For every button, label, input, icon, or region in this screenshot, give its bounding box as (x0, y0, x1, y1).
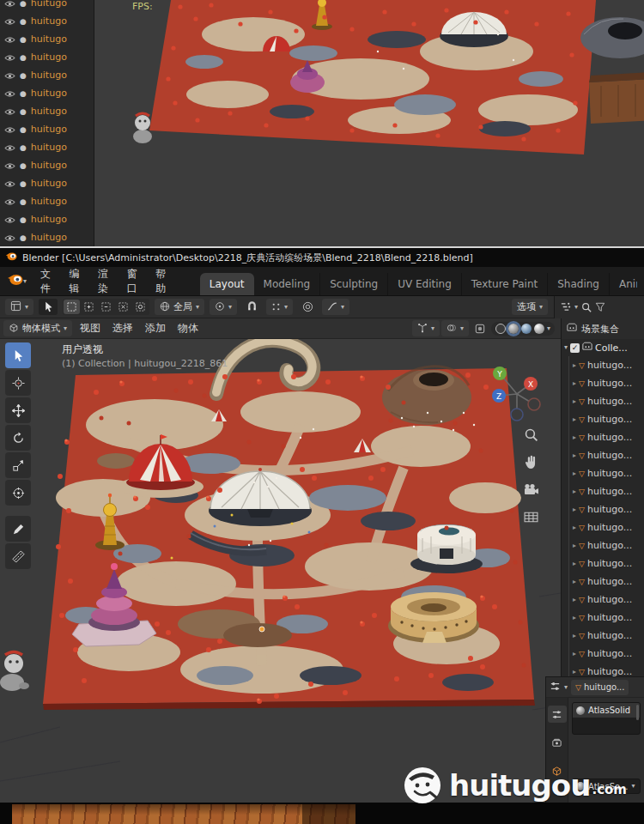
eye-icon[interactable] (4, 121, 15, 137)
workspace-tab[interactable]: UV Editing (388, 273, 462, 295)
properties-editor-icon[interactable] (550, 679, 561, 695)
object-name[interactable]: huitugo... (587, 558, 632, 569)
caret-right-icon[interactable]: ▸ (573, 506, 576, 513)
material-shading-button[interactable] (521, 324, 532, 334)
outliner-object-row[interactable]: ▸ ▽ huitugo... (562, 410, 644, 428)
eye-icon[interactable] (4, 13, 15, 29)
caret-right-icon[interactable]: ▸ (573, 614, 576, 621)
rendered-shading-button[interactable] (534, 324, 544, 334)
caret-right-icon[interactable]: ▸ (573, 578, 576, 585)
object-name[interactable]: huitugo... (587, 522, 632, 533)
object-name[interactable]: huitugo... (587, 504, 632, 515)
gizmo-dropdown[interactable]: ▾ (412, 320, 440, 336)
workspace-tab[interactable]: Shading (548, 273, 610, 295)
workspace-tab[interactable]: Modeling (254, 273, 321, 295)
eye-icon[interactable] (4, 103, 15, 119)
workspace-tab[interactable]: Sculpting (320, 273, 388, 295)
scale-tool-button[interactable] (5, 452, 31, 478)
menubar-menu[interactable]: 渲染 (91, 267, 120, 296)
eye-icon[interactable] (4, 85, 15, 101)
top-3d-viewport[interactable]: FPS: (94, 0, 644, 246)
outliner-object-row[interactable]: ▸ ▽ huitugo... (562, 392, 644, 410)
3d-viewport[interactable]: 用户透视 (1) Collection | huitugou_2218_861 (0, 339, 561, 803)
caret-right-icon[interactable]: ▸ (573, 379, 576, 387)
overlays-dropdown[interactable]: ▾ (441, 320, 469, 336)
wireframe-shading-button[interactable] (495, 324, 506, 334)
object-name[interactable]: huitugo (31, 33, 67, 45)
zoom-button[interactable] (519, 423, 543, 445)
menubar-menu[interactable]: 窗口 (120, 267, 149, 296)
outliner-row[interactable]: ● huitugo (0, 192, 94, 210)
transform-orientation-dropdown[interactable]: 全局 ▾ (155, 299, 204, 315)
caret-right-icon[interactable]: ▸ (573, 488, 576, 495)
object-name[interactable]: huitugo... (587, 648, 632, 659)
outliner-row[interactable]: ● huitugo (0, 120, 94, 138)
eye-icon[interactable] (4, 175, 15, 191)
object-name[interactable]: huitugo (31, 124, 67, 135)
object-name[interactable]: huitugo (31, 232, 67, 243)
eye-icon[interactable] (4, 229, 15, 245)
caret-right-icon[interactable]: ▸ (573, 361, 576, 369)
object-name[interactable]: huitugo (31, 88, 67, 99)
eye-icon[interactable] (4, 157, 15, 173)
outliner-row[interactable]: ● huitugo (0, 30, 94, 48)
menubar-menu[interactable]: 帮助 (149, 267, 178, 296)
object-name[interactable]: huitugo... (587, 396, 632, 407)
proportional-edit-button[interactable] (298, 299, 317, 315)
outliner-object-row[interactable]: ▸ ▽ huitugo... (562, 573, 644, 591)
caret-right-icon[interactable]: ▸ (573, 397, 576, 405)
eye-icon[interactable] (4, 211, 15, 227)
orthographic-grid-button[interactable] (519, 506, 543, 528)
eye-icon[interactable] (4, 0, 15, 11)
camera-view-button[interactable] (519, 478, 543, 500)
object-name[interactable]: huitugo... (587, 612, 632, 623)
properties-breadcrumb[interactable]: ▽ huitugo... (571, 680, 629, 695)
solid-shading-button[interactable] (508, 324, 519, 334)
object-name[interactable]: huitugo... (587, 432, 632, 443)
object-name[interactable]: huitugo (31, 0, 67, 9)
caret-right-icon[interactable]: ▸ (573, 433, 576, 441)
collection-row[interactable]: ▾ ✓ Colle... (562, 339, 644, 356)
material-slot-list[interactable]: AtlasSolid (572, 702, 641, 735)
pan-hand-button[interactable] (519, 451, 543, 473)
outliner-object-row[interactable]: ▸ ▽ huitugo... (562, 428, 644, 446)
outliner-editor-icon[interactable] (560, 300, 571, 316)
outliner-object-row[interactable]: ▸ ▽ huitugo... (562, 374, 644, 392)
caret-right-icon[interactable]: ▸ (573, 632, 576, 639)
caret-right-icon[interactable]: ▸ (573, 415, 576, 423)
caret-right-icon[interactable]: ▸ (573, 650, 576, 657)
outliner-object-row[interactable]: ▸ ▽ huitugo... (562, 356, 644, 374)
object-name[interactable]: huitugo... (587, 360, 632, 371)
rotate-tool-button[interactable] (5, 425, 31, 451)
caret-right-icon[interactable]: ▸ (573, 596, 576, 603)
viewport-menu[interactable]: 选择 (106, 318, 139, 338)
object-name[interactable]: huitugo... (587, 450, 632, 461)
mode-dropdown[interactable]: 物体模式 ▾ (3, 320, 72, 336)
outliner-row[interactable]: ● huitugo (0, 66, 94, 84)
material-slot-row[interactable]: AtlasSolid (573, 703, 640, 718)
measure-tool-button[interactable] (5, 543, 31, 569)
move-tool-button[interactable] (5, 397, 31, 423)
viewport-menu[interactable]: 物体 (172, 318, 204, 338)
collection-name[interactable]: Colle... (595, 342, 628, 354)
object-name[interactable]: huitugo... (587, 594, 632, 605)
editor-type-dropdown[interactable]: ▾ (5, 299, 33, 315)
pivot-point-dropdown[interactable]: ▾ (210, 299, 237, 315)
caret-right-icon[interactable]: ▸ (573, 668, 576, 676)
outliner-row[interactable]: ● huitugo (0, 84, 94, 102)
viewport-menu[interactable]: 添加 (139, 318, 172, 338)
outliner-row[interactable]: ● huitugo (0, 210, 94, 228)
outliner-object-row[interactable]: ▸ ▽ huitugo... (562, 536, 644, 554)
slot-list-scrollbar[interactable] (636, 705, 639, 720)
collection-checkbox[interactable]: ✓ (570, 343, 580, 353)
filter-funnel-icon[interactable] (595, 300, 605, 316)
outliner-row[interactable]: ● huitugo (0, 48, 94, 66)
object-name[interactable]: huitugo (31, 106, 67, 117)
object-name[interactable]: huitugo... (587, 378, 632, 389)
proportional-falloff-dropdown[interactable]: ▾ (322, 299, 349, 315)
eye-icon[interactable] (4, 49, 15, 65)
caret-right-icon[interactable]: ▸ (573, 470, 576, 477)
menubar-menu[interactable]: 编辑 (63, 267, 92, 296)
menubar-menu[interactable]: 文件 (33, 267, 63, 296)
eye-icon[interactable] (4, 67, 15, 83)
